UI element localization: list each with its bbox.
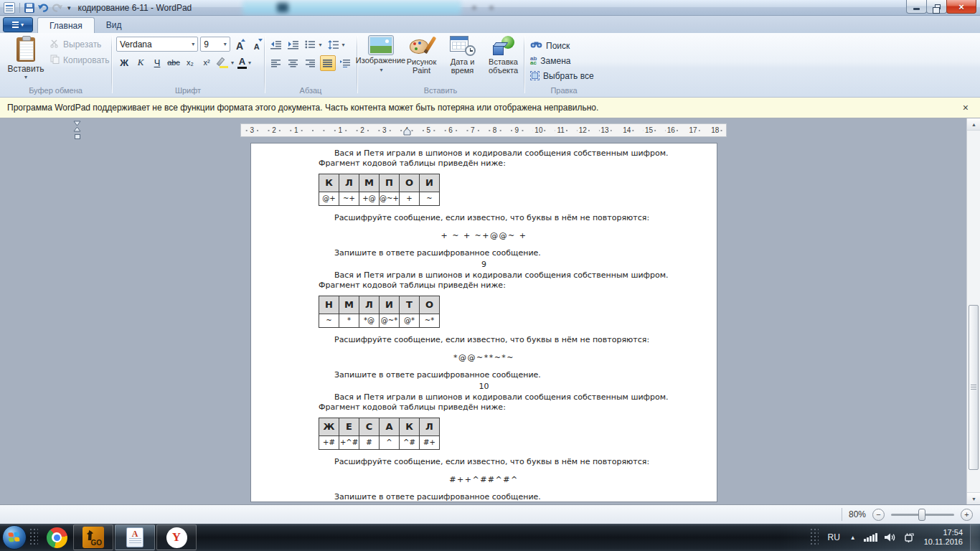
code-cell: @* xyxy=(399,314,420,328)
grow-font-button[interactable]: A xyxy=(232,37,248,52)
clipboard-group: Вставить ▾ Вырезать Копировать Буфер обм… xyxy=(0,33,111,97)
select-all-icon xyxy=(530,71,540,80)
ruler-number: 9 xyxy=(506,124,528,136)
tab-view[interactable]: Вид xyxy=(95,17,133,33)
right-indent-marker[interactable] xyxy=(403,126,411,138)
scrollbar-thumb[interactable] xyxy=(969,305,979,470)
zoom-slider-thumb[interactable] xyxy=(918,509,925,521)
horizontal-ruler: 321123456789101112131415161718 xyxy=(240,123,727,137)
application-menu-button[interactable]: ▾ xyxy=(3,17,33,32)
font-family-value: Verdana xyxy=(120,39,152,50)
image-icon xyxy=(369,36,393,55)
volume-icon[interactable] xyxy=(881,532,900,542)
chevron-down-icon: ▾ xyxy=(231,60,234,66)
warning-close-icon[interactable]: × xyxy=(958,102,973,113)
code-cell: ~* xyxy=(419,314,440,328)
font-size-combobox[interactable]: 9 ▾ xyxy=(200,37,230,52)
ribbon-tab-row: ▾ Главная Вид xyxy=(0,16,980,33)
intro-line: Вася и Петя играли в шпионов и кодировал… xyxy=(319,149,649,159)
clock[interactable]: 17:54 10.11.2016 xyxy=(918,528,970,547)
document-page[interactable]: Вася и Петя играли в шпионов и кодировал… xyxy=(250,143,717,502)
align-left-button[interactable] xyxy=(268,55,284,71)
strikethrough-button[interactable]: abc xyxy=(166,55,182,70)
left-indent-marker[interactable] xyxy=(75,134,80,139)
decrease-indent-button[interactable] xyxy=(268,37,284,52)
zoom-in-button[interactable]: + xyxy=(961,509,973,521)
warning-message: Программа WordPad поддерживает не все фу… xyxy=(7,103,958,113)
start-button[interactable] xyxy=(2,525,27,550)
chevron-down-icon: ▾ xyxy=(380,67,383,73)
datetime-label-1: Дата и xyxy=(451,57,475,66)
italic-button[interactable]: К xyxy=(133,55,149,70)
chevron-down-icon: ▾ xyxy=(319,42,321,48)
csgo-taskbar-button[interactable]: GO xyxy=(73,524,113,550)
ruler-number: 3 xyxy=(241,124,263,136)
yandex-taskbar-button[interactable]: Y xyxy=(156,524,197,550)
letter-cell: К xyxy=(399,418,420,436)
font-size-value: 9 xyxy=(204,39,209,50)
justify-button[interactable] xyxy=(320,55,336,71)
paragraph-settings-button[interactable] xyxy=(337,55,353,71)
close-button[interactable]: × xyxy=(946,0,976,14)
redo-icon xyxy=(52,3,63,13)
network-icon[interactable] xyxy=(860,533,881,542)
language-indicator[interactable]: RU xyxy=(821,532,845,542)
increase-indent-button[interactable] xyxy=(286,37,301,52)
customize-qat-dropdown-icon[interactable]: ▾ xyxy=(66,4,72,11)
font-color-button[interactable]: A ▾ xyxy=(237,57,251,69)
undo-icon[interactable] xyxy=(37,3,49,13)
minimize-button[interactable] xyxy=(906,0,927,14)
show-desktop-button[interactable] xyxy=(970,524,979,551)
quick-access-toolbar: ▾ xyxy=(0,0,72,16)
zoom-out-button[interactable]: − xyxy=(872,509,885,521)
wordpad-app-icon[interactable] xyxy=(4,2,15,14)
font-family-combobox[interactable]: Verdana ▾ xyxy=(116,37,198,52)
line-spacing-button[interactable]: ▾ xyxy=(326,37,347,52)
divider xyxy=(19,3,20,13)
intro-line: Вася и Петя играли в шпионов и кодировал… xyxy=(319,270,649,281)
divider xyxy=(842,508,842,521)
superscript-button[interactable]: x² xyxy=(199,55,215,70)
paste-button[interactable]: Вставить ▾ xyxy=(6,36,46,88)
highlight-button[interactable]: ▾ xyxy=(218,57,234,68)
align-center-button[interactable] xyxy=(286,55,301,71)
clipboard-icon xyxy=(17,37,35,62)
code-cell: + xyxy=(399,192,420,206)
restore-button[interactable] xyxy=(926,0,947,14)
find-button[interactable]: Поиск xyxy=(530,38,603,53)
first-line-indent-marker[interactable] xyxy=(73,121,81,135)
code-cell: *@ xyxy=(359,314,380,328)
shrink-font-button[interactable]: A xyxy=(249,37,264,52)
object-label-2: объекта xyxy=(489,66,518,75)
wordpad-taskbar-button[interactable]: A xyxy=(115,524,155,550)
letter-cell: К xyxy=(319,174,339,192)
safely-remove-hardware-icon[interactable] xyxy=(900,532,918,543)
align-right-button[interactable] xyxy=(303,55,319,71)
coded-message: *@@~**~*~ xyxy=(319,353,649,363)
coded-message: + ~ + ~+@@~ + xyxy=(319,231,649,241)
scroll-down-button[interactable]: ▼ xyxy=(967,492,980,504)
list-button[interactable]: ▾ xyxy=(303,37,324,52)
window-controls: × xyxy=(907,0,976,14)
code-cell: @+ xyxy=(319,192,339,206)
wordpad-window: ▾ кодирование 6-11 - WordPad × ▾ Главная… xyxy=(0,0,980,551)
save-icon[interactable] xyxy=(24,3,34,13)
select-all-button[interactable]: Выбрать все xyxy=(530,68,603,83)
underline-button[interactable]: Ч xyxy=(149,55,165,70)
select-all-label: Выбрать все xyxy=(543,71,594,81)
vertical-scrollbar[interactable]: ▲ ▼ xyxy=(966,118,980,504)
code-table: ЖЕСАКЛ +#+^##^^##+ xyxy=(319,418,649,450)
bold-button[interactable]: Ж xyxy=(116,55,132,70)
scissors-icon xyxy=(50,39,60,50)
chrome-taskbar-button[interactable] xyxy=(41,524,72,551)
cut-label: Вырезать xyxy=(63,39,101,50)
chevron-down-icon: ▾ xyxy=(21,22,24,28)
show-hidden-icons-button[interactable]: ▲ xyxy=(846,534,860,541)
replace-button[interactable]: abac Замена xyxy=(530,53,603,68)
ruler-number: 16 xyxy=(660,124,682,136)
letter-cell: Е xyxy=(339,418,359,436)
tab-home[interactable]: Главная xyxy=(37,17,95,33)
subscript-button[interactable]: x₂ xyxy=(182,55,198,70)
scroll-up-button[interactable]: ▲ xyxy=(967,118,980,131)
zoom-slider[interactable] xyxy=(891,514,954,516)
